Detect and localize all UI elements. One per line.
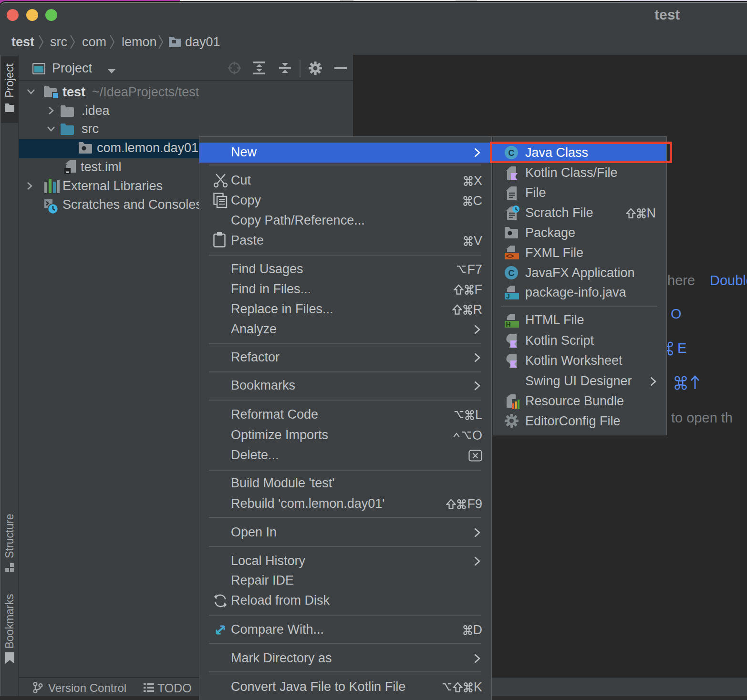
svg-text:J: J — [506, 292, 510, 300]
svg-text:H: H — [506, 320, 510, 328]
svg-text:C: C — [508, 268, 515, 278]
svg-text:<>: <> — [506, 252, 514, 260]
